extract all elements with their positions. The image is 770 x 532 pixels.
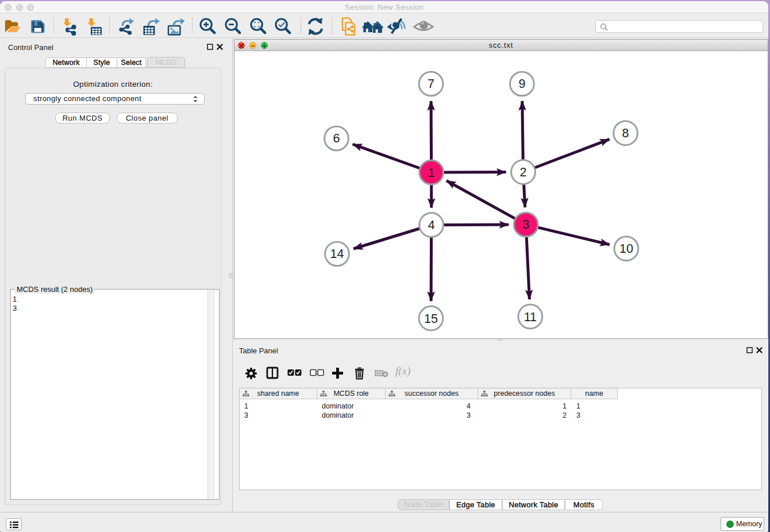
svg-text:4: 4 <box>428 218 435 232</box>
svg-text:1: 1 <box>428 166 435 180</box>
svg-text:3: 3 <box>522 218 529 232</box>
svg-text:8: 8 <box>622 126 629 140</box>
svg-text:9: 9 <box>518 77 525 91</box>
svg-text:11: 11 <box>524 310 537 324</box>
svg-text:7: 7 <box>428 77 434 91</box>
svg-text:10: 10 <box>619 242 633 256</box>
svg-text:6: 6 <box>333 132 340 145</box>
svg-text:14: 14 <box>330 247 344 261</box>
svg-text:2: 2 <box>520 165 527 179</box>
svg-text:15: 15 <box>424 312 438 326</box>
